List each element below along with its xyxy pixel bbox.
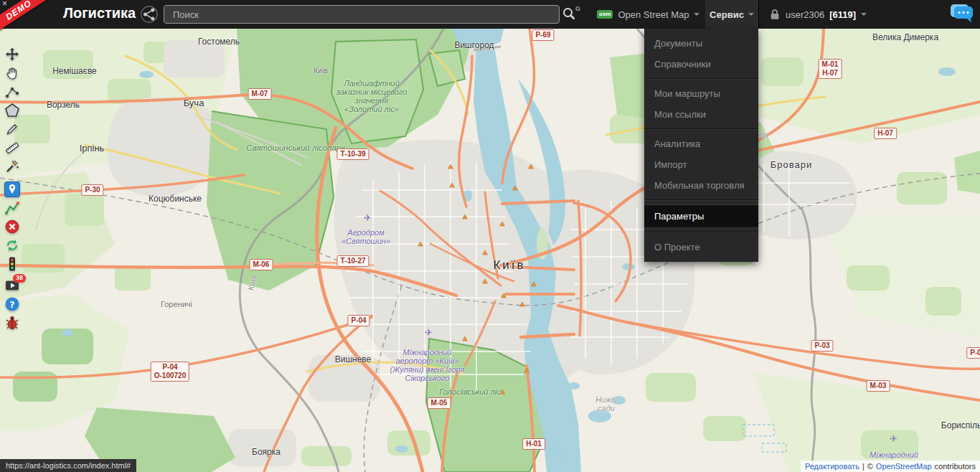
place-label-boryspil: Бориспіль — [941, 420, 980, 430]
contributors-text: contributors — [935, 462, 976, 471]
road-shield-m01-h07: М-01 Н-07 — [819, 59, 842, 79]
search-button[interactable]: G — [562, 6, 583, 24]
traffic-light-button[interactable] — [4, 255, 21, 273]
svg-text:✈: ✈ — [364, 212, 372, 223]
poi-label-aerodrom-sviatoshyn: Аеродром «Святошин» — [334, 228, 398, 245]
road-shield-p69: Р-69 — [532, 29, 554, 41]
road-shield-m03: М-03 — [867, 380, 890, 392]
user-menu-button[interactable]: user2306 [6119] — [758, 0, 877, 29]
map-canvas[interactable]: ✈✈✈ — [0, 29, 980, 472]
menu-item-import[interactable]: Импорт — [644, 154, 758, 175]
map-viewport[interactable]: ✈✈✈ Гостомель Вишгород Немішаєве Ворзель… — [0, 29, 980, 472]
road-shield-h07: Н-07 — [874, 128, 897, 139]
svg-text:✈: ✈ — [425, 327, 433, 338]
share-button[interactable] — [141, 6, 158, 23]
close-icon[interactable]: × — [2, 0, 7, 9]
place-label-nyzhni-sady: Нижні сади — [588, 395, 624, 412]
map-provider-selector[interactable]: osm Open Street Map — [597, 0, 699, 29]
place-label-nemishaieve: Немішаєве — [52, 66, 97, 76]
user-id: [6119] — [829, 9, 856, 20]
copyright-symbol: © — [867, 462, 873, 471]
place-label-boiarka: Боярка — [252, 447, 281, 457]
caret-down-icon — [748, 13, 754, 16]
app-title: Логистика — [63, 5, 136, 22]
delete-tool-button[interactable] — [4, 218, 21, 235]
place-label-brovary: Бровари — [771, 159, 812, 170]
menu-item-my-routes[interactable]: Мои маршруты — [644, 83, 758, 104]
poi-label-zhuliany-airport: Міжнародний аеропорт «Київ» (Жуляни) іме… — [386, 348, 468, 382]
map-attribution: Редактировать | © OpenStreetMap contribu… — [801, 461, 980, 472]
menu-item-analytics[interactable]: Аналитика — [644, 133, 758, 154]
polygon-tool-button[interactable] — [4, 102, 21, 119]
refresh-tool-button[interactable] — [4, 237, 21, 254]
road-shield-m06: М-06 — [250, 259, 273, 270]
road-shield-t1039: Т-10-39 — [336, 148, 369, 160]
video-panel-button[interactable]: 38 — [4, 277, 21, 294]
place-label-kotsiubynske: Коцюбинське — [149, 194, 202, 204]
area-label-zolotyi-lis: Ландшафтний заказник місцевого значення … — [336, 79, 407, 113]
measure-tool-button[interactable] — [4, 139, 21, 156]
place-label-kyiv-small: Київ — [314, 67, 328, 75]
top-bar: × DEMO Логистика G osm Open Street Map С… — [0, 0, 980, 29]
place-label-velyka-dymerka: Велика Димерка — [872, 32, 938, 42]
svg-text:?: ? — [9, 299, 15, 310]
caret-down-icon — [694, 13, 699, 16]
app-window: ✈✈✈ Гостомель Вишгород Немішаєве Ворзель… — [0, 0, 980, 472]
menu-divider — [644, 128, 758, 130]
osm-link[interactable]: OpenStreetMap — [876, 462, 932, 471]
menu-item-mobile-trade[interactable]: Мобильная торговля — [644, 175, 758, 196]
service-menu-button[interactable]: Сервис — [705, 0, 758, 29]
menu-item-parameters[interactable]: Параметры — [644, 204, 758, 228]
menu-divider — [644, 199, 758, 201]
osm-provider-icon: osm — [597, 10, 613, 19]
menu-divider — [644, 78, 758, 80]
user-name: user2306 — [786, 9, 824, 20]
attribution-separator: | — [862, 462, 864, 471]
menu-divider — [644, 232, 758, 233]
menu-item-documents[interactable]: Документы — [644, 33, 758, 54]
road-shield-m05: М-05 — [428, 397, 451, 409]
map-toolbar: 38 ? — [4, 46, 21, 331]
marker-move-tool-button[interactable] — [4, 181, 21, 198]
road-shield-p0-clipped: Р-0 — [966, 347, 980, 359]
menu-item-directories[interactable]: Справочники — [644, 54, 758, 75]
area-label-sviatoshynskyi-lisopark: Святошинський лісопарк — [246, 143, 344, 152]
road-shield-p03: Р-03 — [811, 340, 833, 351]
place-label-vorzel: Ворзель — [47, 100, 80, 110]
place-label-irpin: Ірпінь — [80, 143, 105, 154]
menu-item-about[interactable]: О Проекте — [644, 237, 758, 258]
road-shield-p04-o100720: Р-04 О-100720 — [151, 362, 189, 382]
draw-line-tool-button[interactable] — [4, 121, 21, 138]
road-shield-p04: Р-04 — [347, 315, 369, 326]
map-provider-label: Open Street Map — [618, 9, 689, 20]
place-label-bucha: Буча — [184, 98, 204, 108]
waypoints-tool-button[interactable] — [4, 83, 21, 100]
route-tool-button[interactable] — [4, 199, 21, 217]
road-shield-t1027: Т-10-27 — [336, 255, 369, 267]
help-button[interactable]: ? — [4, 296, 21, 313]
menu-item-my-links[interactable]: Мои ссылки — [644, 104, 758, 125]
place-label-vyshhorod: Вишгород — [454, 40, 494, 50]
hand-tool-button[interactable] — [4, 65, 21, 82]
status-url: https://ant-logistics.com/index.html# — [0, 459, 136, 472]
edit-link[interactable]: Редактировать — [805, 462, 859, 471]
service-menu-label: Сервис — [710, 9, 744, 20]
caret-down-icon — [861, 13, 867, 16]
video-count-badge: 38 — [13, 274, 26, 283]
search-input[interactable] — [164, 5, 560, 24]
magic-wand-tool-button[interactable] — [4, 158, 21, 175]
chat-feedback-button[interactable] — [950, 4, 976, 25]
search-provider-letter: G — [575, 5, 580, 12]
place-label-kyiv: Київ — [493, 258, 525, 273]
bug-report-button[interactable] — [4, 314, 21, 331]
place-label-hostomel: Гостомель — [198, 37, 240, 47]
service-dropdown-menu: Документы Справочники Мои маршруты Мои с… — [644, 29, 758, 262]
lock-icon — [769, 8, 781, 21]
poi-label-mizhnarodnyi: Міжнародний — [870, 450, 918, 459]
road-shield-p30: Р-30 — [81, 184, 103, 196]
road-shield-m07: М-07 — [248, 88, 272, 100]
road-shield-h01: Н-01 — [522, 438, 545, 450]
pan-tool-button[interactable] — [4, 46, 21, 63]
search-icon — [562, 6, 576, 21]
place-label-horenychi: Гореничі — [161, 300, 192, 308]
